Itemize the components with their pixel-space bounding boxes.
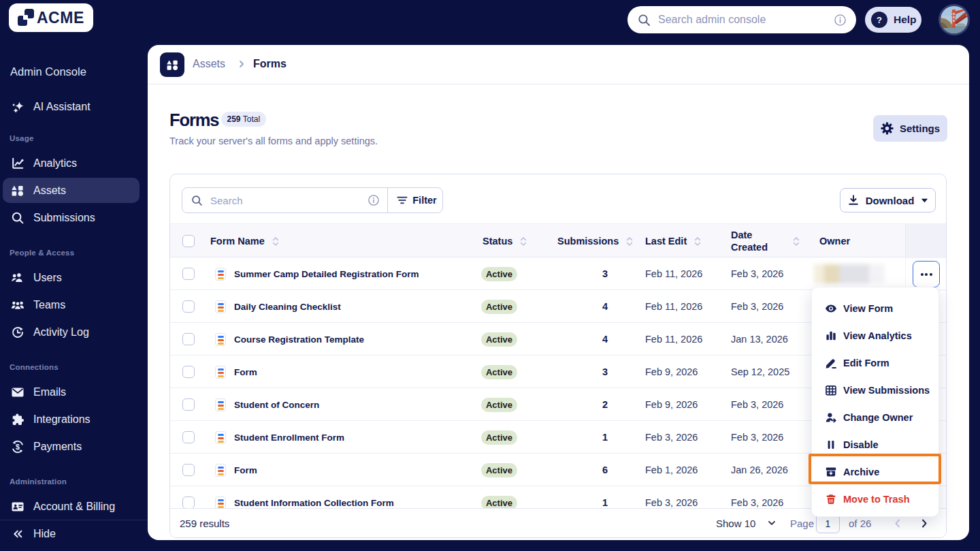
svg-text:$: $ [16,443,20,451]
